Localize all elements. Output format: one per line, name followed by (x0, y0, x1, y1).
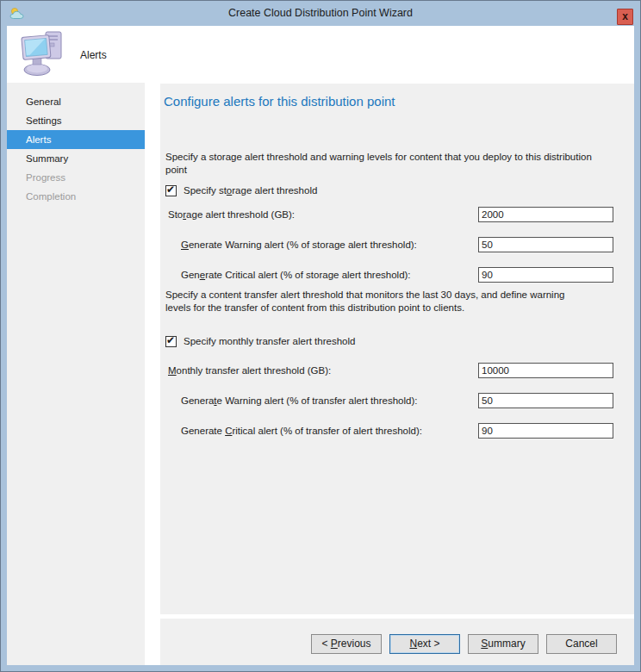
wizard-nav: General Settings Alerts Summary Progress… (7, 83, 145, 665)
transfer-critical-input[interactable] (478, 423, 613, 439)
nav-item-progress: Progress (7, 168, 145, 187)
page-title: Configure alerts for this distribution p… (164, 94, 395, 109)
next-button[interactable]: Next > (389, 634, 460, 654)
nav-item-summary[interactable]: Summary (7, 149, 145, 168)
alerts-config-panel: Configure alerts for this distribution p… (160, 84, 634, 614)
storage-threshold-label: Storage alert threshold (GB): (168, 209, 295, 220)
content-column: Configure alerts for this distribution p… (160, 84, 634, 665)
storage-critical-label: Generate Critical alert (% of storage al… (181, 270, 411, 280)
computer-icon (21, 31, 65, 78)
transfer-intro-text: Specify a content transfer alert thresho… (165, 289, 581, 314)
nav-item-completion: Completion (7, 187, 145, 206)
transfer-warning-input[interactable] (478, 393, 613, 408)
button-row: < Previous Next > Summary Cancel (160, 634, 617, 654)
transfer-warning-label: Generate Warning alert (% of transfer al… (181, 395, 417, 406)
nav-item-settings[interactable]: Settings (7, 111, 145, 130)
wizard-footer: < Previous Next > Summary Cancel (160, 619, 634, 665)
title-bar: Create Cloud Distribution Point Wizard x (0, 0, 641, 26)
storage-alert-checkbox[interactable]: ✔ (165, 185, 177, 196)
storage-threshold-input[interactable] (478, 207, 613, 222)
cancel-button[interactable]: Cancel (546, 634, 617, 654)
storage-intro-text: Specify a storage alert threshold and wa… (165, 151, 603, 177)
close-button[interactable]: x (617, 9, 633, 25)
transfer-critical-label: Generate Critical alert (% of transfer o… (181, 426, 422, 436)
summary-button[interactable]: Summary (468, 634, 538, 654)
cloud-app-icon (9, 7, 25, 20)
storage-warning-input[interactable] (478, 237, 613, 252)
window-title: Create Cloud Distribution Point Wizard (34, 0, 607, 26)
wizard-window: Create Cloud Distribution Point Wizard x… (0, 0, 641, 672)
checkmark-icon: ✔ (166, 334, 175, 346)
storage-critical-input[interactable] (478, 267, 613, 283)
wizard-body: General Settings Alerts Summary Progress… (7, 83, 634, 665)
transfer-alert-checkbox-label[interactable]: Specify monthly transfer alert threshold (184, 336, 355, 346)
transfer-alert-checkbox[interactable]: ✔ (165, 336, 177, 347)
nav-item-alerts[interactable]: Alerts (7, 130, 145, 149)
wizard-header: Alerts (7, 26, 634, 83)
transfer-threshold-input[interactable] (478, 363, 613, 378)
checkmark-icon: ✔ (166, 184, 175, 196)
transfer-threshold-label: Monthly transfer alert threshold (GB): (168, 365, 331, 376)
previous-button[interactable]: < Previous (311, 634, 382, 654)
step-title: Alerts (80, 49, 107, 61)
storage-alert-checkbox-label[interactable]: Specify storage alert threshold (184, 185, 317, 196)
storage-warning-label: Generate Warning alert (% of storage ale… (181, 240, 417, 250)
nav-item-general[interactable]: General (7, 92, 145, 111)
